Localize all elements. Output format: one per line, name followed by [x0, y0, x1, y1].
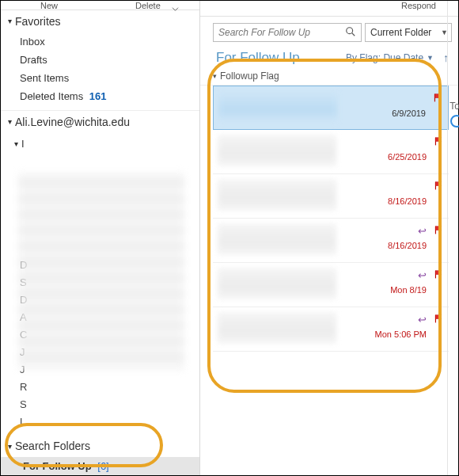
- caret-down-icon: ▾: [12, 139, 20, 148]
- message-row[interactable]: 8/16/2019: [213, 174, 449, 219]
- message-date: 6/9/2019: [392, 109, 426, 118]
- message-date: 8/16/2019: [388, 196, 427, 206]
- flag-icon[interactable]: [434, 269, 444, 280]
- message-date: Mon 5:06 PM: [375, 329, 427, 339]
- folder-drafts[interactable]: Drafts: [1, 51, 199, 69]
- message-date: 6/25/2019: [388, 152, 427, 162]
- redacted-region: [18, 172, 184, 370]
- svg-line-1: [352, 33, 355, 36]
- message-row[interactable]: ↩Mon 8/19: [213, 263, 449, 307]
- caret-down-icon: ▾: [213, 72, 217, 80]
- search-scope-dropdown[interactable]: Current Folder ▼: [365, 23, 452, 42]
- caret-down-icon: ▾: [6, 442, 13, 451]
- folder-label: Deleted Items: [20, 90, 83, 102]
- redacted-region: [218, 179, 336, 211]
- folder-count: [6]: [97, 460, 108, 472]
- flag-icon[interactable]: [434, 181, 444, 191]
- search-placeholder: Search For Follow Up: [218, 27, 310, 38]
- redacted-region: [218, 91, 337, 123]
- redacted-region: [218, 312, 336, 344]
- truncated-label: I: [21, 138, 25, 150]
- flag-icon[interactable]: [434, 136, 444, 147]
- reply-icon: ↩: [418, 225, 427, 237]
- reading-pane-sliver: [447, 1, 458, 475]
- ribbon-group-new: New: [40, 1, 58, 10]
- folder-label: For Follow Up: [23, 460, 92, 472]
- sort-label: By Flag: Due Date: [346, 52, 423, 63]
- to-label: To: [450, 101, 459, 112]
- folder-sent-items[interactable]: Sent Items: [1, 69, 199, 87]
- folder-inbox[interactable]: Inbox: [1, 32, 199, 51]
- favorites-label: Favorites: [15, 15, 61, 28]
- reply-icon: ↩: [418, 269, 427, 281]
- folder-label: Inbox: [20, 36, 45, 48]
- message-date: 8/16/2019: [388, 241, 427, 250]
- chevron-down-icon: ▼: [427, 54, 434, 62]
- folder-label: Sent Items: [20, 72, 69, 84]
- favorites-header[interactable]: ▾ Favorites: [1, 10, 199, 32]
- flag-icon[interactable]: [433, 93, 443, 103]
- ribbon-group-delete: Delete: [135, 1, 161, 10]
- svg-point-0: [347, 28, 353, 34]
- flag-icon[interactable]: [434, 225, 444, 235]
- truncated-folder[interactable]: R: [1, 381, 199, 398]
- redacted-region: [218, 223, 336, 255]
- pane-collapse-icon[interactable]: [172, 6, 179, 13]
- group-label: Followup Flag: [220, 70, 279, 82]
- search-scope-label: Current Folder: [370, 27, 431, 38]
- sort-selector[interactable]: By Flag: Due Date ▼: [346, 52, 434, 63]
- group-header[interactable]: ▾ Followup Flag: [200, 67, 458, 86]
- search-input[interactable]: Search For Follow Up: [213, 23, 362, 42]
- presence-icon: [450, 115, 459, 128]
- search-icon[interactable]: [345, 26, 356, 40]
- search-folder-for-follow-up[interactable]: For Follow Up [6]: [1, 457, 199, 475]
- truncated-folder[interactable]: S: [1, 398, 199, 416]
- inbox-expanded-header[interactable]: ▾ I: [1, 133, 199, 154]
- truncated-folder[interactable]: L: [1, 416, 199, 433]
- folder-count: 161: [89, 90, 107, 102]
- ribbon-group-respond: Respond: [401, 1, 436, 10]
- redacted-region: [218, 268, 336, 299]
- caret-down-icon: ▾: [6, 17, 13, 25]
- account-label: Ali.Levine@wichita.edu: [15, 116, 130, 128]
- message-row[interactable]: ↩Mon 5:06 PM: [213, 307, 449, 352]
- reply-icon: ↩: [418, 314, 427, 326]
- message-row[interactable]: 6/25/2019: [213, 130, 449, 174]
- search-folders-label: Search Folders: [15, 440, 90, 452]
- flag-icon[interactable]: [434, 314, 444, 324]
- list-title: For Follow Up: [216, 50, 300, 66]
- redacted-region: [218, 135, 336, 166]
- message-date: Mon 8/19: [390, 285, 427, 295]
- folder-deleted-items[interactable]: Deleted Items 161: [1, 87, 199, 105]
- folder-label: Drafts: [20, 54, 47, 66]
- caret-down-icon: ▾: [6, 117, 13, 126]
- search-folders-header[interactable]: ▾ Search Folders: [1, 433, 199, 457]
- account-header[interactable]: ▾ Ali.Levine@wichita.edu: [1, 110, 199, 133]
- message-row[interactable]: ↩8/16/2019: [213, 219, 449, 263]
- message-row[interactable]: 6/9/2019: [213, 86, 449, 130]
